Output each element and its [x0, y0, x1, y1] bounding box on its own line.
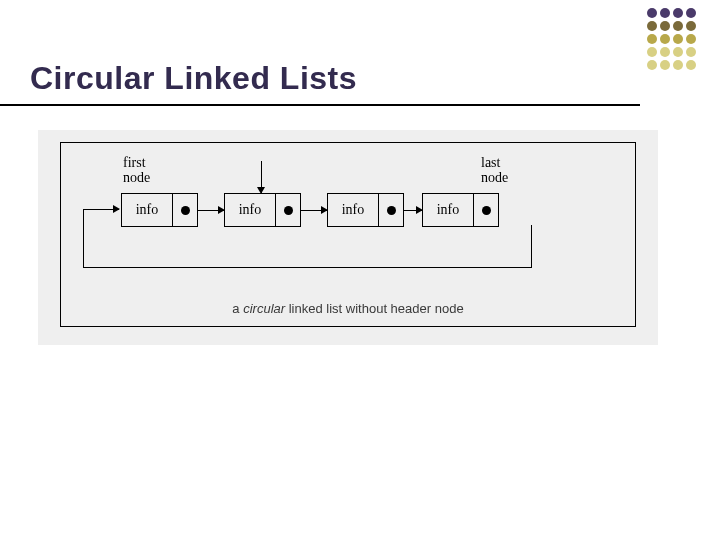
node-row: info info info info — [121, 193, 605, 227]
diagram-frame: first node last node info info info — [60, 142, 636, 327]
pointer-cell — [379, 194, 403, 226]
link-arrow-icon — [301, 210, 327, 211]
entry-arrow-icon — [261, 161, 262, 193]
info-cell: info — [122, 194, 173, 226]
pointer-cell — [474, 194, 498, 226]
diagram-panel: first node last node info info info — [38, 130, 658, 345]
link-arrow-icon — [404, 210, 422, 211]
info-cell: info — [423, 194, 474, 226]
list-node: info — [224, 193, 301, 227]
pointer-dot-icon — [284, 206, 293, 215]
corner-dot-grid-icon — [647, 8, 696, 70]
slide-title: Circular Linked Lists — [30, 60, 357, 97]
pointer-dot-icon — [482, 206, 491, 215]
list-node: info — [121, 193, 198, 227]
pointer-dot-icon — [387, 206, 396, 215]
pointer-cell — [173, 194, 197, 226]
info-cell: info — [328, 194, 379, 226]
pointer-cell — [276, 194, 300, 226]
list-node: info — [422, 193, 499, 227]
last-node-label: last node — [481, 155, 508, 186]
link-arrow-icon — [198, 210, 224, 211]
diagram-caption: a circular linked list without header no… — [61, 301, 635, 316]
first-node-label: first node — [123, 155, 150, 186]
title-underline — [0, 104, 640, 106]
list-node: info — [327, 193, 404, 227]
info-cell: info — [225, 194, 276, 226]
pointer-dot-icon — [181, 206, 190, 215]
